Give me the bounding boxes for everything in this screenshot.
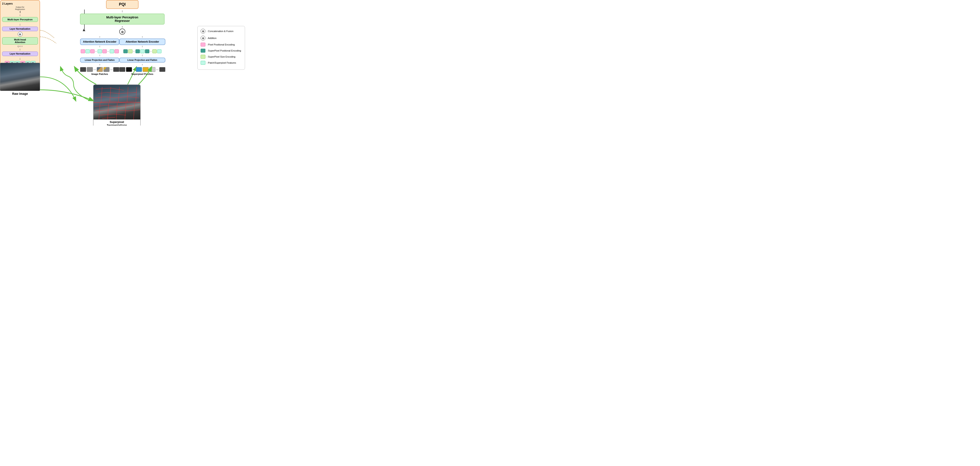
sp-patch-dark-1 (119, 67, 125, 72)
legend-pixel-pe-text: : Pixel Positional Encoding (207, 43, 235, 46)
svg-line-10 (115, 97, 128, 98)
patch-gray-1 (87, 67, 93, 72)
concat-fusion-symbol: ⊗ (119, 29, 125, 35)
layer-norm-2: Layer Normalization (2, 51, 38, 56)
legend-features-text: : Patch/Superpixel Features (207, 62, 236, 64)
svg-line-28 (136, 87, 137, 102)
svg-line-27 (127, 87, 128, 102)
linear-proj-left: Linear Projection and Flatten (80, 57, 119, 62)
token-row-right: ··· ··· (119, 49, 165, 53)
image-patches-row: ··· ··· (80, 67, 119, 72)
svg-line-18 (95, 110, 111, 111)
svg-line-8 (95, 97, 104, 98)
svg-line-9 (104, 97, 115, 98)
token-cyan-2 (98, 49, 102, 53)
token-cyan-3 (110, 49, 114, 53)
attention-right-label: Attention Network Encoder (119, 38, 165, 45)
superpixel-segmentation-box: SuperpixelSegmentations (93, 84, 141, 126)
svg-line-22 (113, 114, 126, 115)
token-pink-3 (102, 49, 107, 53)
legend-concat-symbol: ⊗ (200, 29, 205, 33)
legend-addition: ⊕ : Addition (200, 36, 242, 40)
svg-line-11 (128, 97, 139, 98)
sp-patch-black (126, 67, 132, 72)
svg-line-30 (108, 103, 109, 119)
mlp-regressor-section: ↑ Multi-layer PerceptronRegressor ↑ ⊗ ↑ … (80, 10, 164, 75)
connector-line-1 (20, 11, 20, 13)
patch-dark-1 (80, 67, 86, 72)
sp-patch-yellow-2 (143, 67, 149, 72)
legend-add-symbol: ⊕ (200, 36, 205, 40)
legend-concat: ⊗ : Concatenation & Fusion (200, 29, 242, 33)
token-row-left: ··· ··· (80, 49, 119, 53)
raw-image-section: Raw Image (0, 63, 40, 95)
token-lightgreen-2 (153, 49, 157, 53)
token-teal-1 (123, 49, 128, 53)
mlp-regressor-box: Multi-layer PerceptronRegressor (80, 14, 164, 24)
svg-line-24 (101, 87, 102, 102)
legend-features: : Patch/Superpixel Features (200, 61, 242, 65)
two-layers-panel: 2 Layers Output forRegression ↓ Multi-la… (0, 0, 40, 67)
raw-image-label: Raw Image (0, 92, 40, 95)
arrow-down-2: ↓ (2, 22, 38, 26)
svg-line-31 (116, 103, 117, 119)
legend-teal-swatch (200, 49, 205, 52)
token-teal-3 (145, 49, 150, 53)
multi-head-box: Multi-headAttention (2, 37, 38, 45)
raw-image (0, 63, 40, 91)
left-attention-column: ↑ Attention Network Encoder ↑ ··· ··· ↑ … (80, 35, 119, 75)
arrow-down-1: ↓ (2, 13, 38, 16)
main-container: 2 Layers Output forRegression ↓ Multi-la… (0, 0, 245, 126)
svg-line-6 (107, 92, 119, 94)
svg-line-12 (100, 101, 109, 102)
svg-line-15 (95, 105, 107, 107)
superpixel-patches-label: Superpixel Patches (119, 73, 165, 75)
legend-add-text: : Addition (207, 37, 216, 40)
token-lightgreen-1 (128, 49, 132, 53)
legend-pixel-pe: : Pixel Positional Encoding (200, 43, 242, 46)
qkv-label: Q K V (2, 45, 38, 48)
sp-patch-blue (136, 67, 142, 72)
linear-proj-right: Linear Projection and Flatten (119, 57, 165, 62)
svg-line-5 (98, 92, 107, 94)
svg-line-17 (119, 105, 132, 107)
output-label: Output forRegression (2, 6, 38, 10)
legend-superpixel-pe: : SuperPixel Positional Encoding (200, 49, 242, 52)
svg-line-7 (119, 92, 137, 94)
superpixel-patches-row: ··· ··· (119, 67, 165, 72)
token-cyan-1 (86, 49, 90, 53)
legend-box: ⊗ : Concatenation & Fusion ⊕ : Addition … (197, 26, 245, 70)
superpixel-overlay (94, 85, 140, 119)
mlp-box: Multi-layer Perceptron (2, 17, 38, 22)
add-circle-1: ⊕ (18, 32, 22, 37)
sp-patch-light (150, 67, 155, 72)
legend-superpixel-size-text: : SuperPixel Size Encoding (207, 56, 235, 58)
legend-superpixel-size: : SuperPixel Size Encoding (200, 55, 242, 59)
superpixel-image (94, 85, 140, 119)
arrow-down-4: ↓ (2, 57, 38, 60)
pqi-section: PQI (106, 0, 138, 9)
patch-yellow-1 (103, 67, 110, 72)
sp-patch-dark-2 (159, 67, 165, 72)
svg-line-29 (99, 103, 100, 119)
svg-line-23 (102, 117, 115, 118)
svg-line-13 (109, 101, 122, 102)
token-pink-1 (81, 49, 85, 53)
svg-line-32 (125, 103, 126, 119)
token-pink-2 (90, 49, 95, 53)
image-patches-label: Image Patches (80, 73, 119, 75)
right-attention-column: ↑ Attention Network Encoder ↑ ··· ··· ↑ … (119, 35, 165, 75)
attention-left-label: Attention Network Encoder (80, 38, 119, 45)
two-layers-label: 2 Layers (2, 2, 38, 5)
svg-line-25 (110, 87, 111, 102)
token-dots-3: ··· (133, 49, 135, 53)
token-dots-1: ··· (95, 49, 97, 53)
pqi-box: PQI (106, 0, 138, 9)
legend-concat-text: : Concatenation & Fusion (207, 30, 234, 32)
token-cyan-4 (140, 49, 145, 53)
patch-scene-1 (97, 67, 103, 72)
superpixel-seg-label: SuperpixelSegmentations (94, 119, 140, 126)
legend-lightgreen-swatch (200, 55, 205, 59)
svg-line-33 (134, 103, 135, 119)
svg-line-14 (122, 101, 135, 102)
